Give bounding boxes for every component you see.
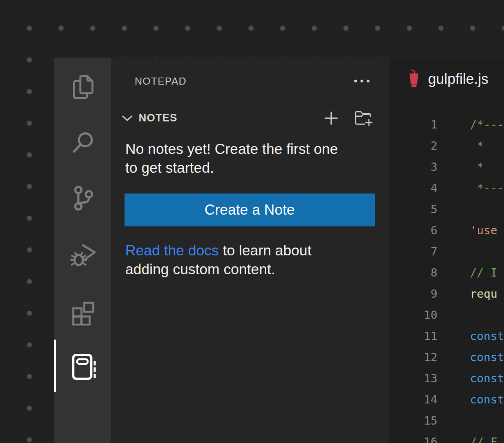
sidebar-header: NOTEPAD	[135, 72, 370, 90]
activity-item-run-debug[interactable]	[54, 233, 111, 276]
code-line[interactable]: 14const	[390, 389, 504, 410]
line-number: 1	[390, 118, 437, 131]
chevron-down-icon[interactable]	[121, 114, 133, 122]
code-text: const	[437, 372, 504, 385]
read-docs-link[interactable]: Read the docs	[125, 242, 219, 259]
create-note-button[interactable]: Create a Note	[125, 193, 375, 226]
activity-item-extensions[interactable]	[54, 289, 111, 332]
code-line[interactable]: 10	[390, 304, 504, 325]
code-text: 'use	[437, 224, 497, 237]
more-actions-icon[interactable]	[354, 79, 370, 83]
docs-paragraph: Read the docs to learn about adding cust…	[125, 241, 311, 279]
code-area[interactable]: 1/*--------2 *3 *4 *--------56'use78// I…	[390, 114, 504, 443]
code-line[interactable]: 6'use	[390, 220, 504, 241]
code-line[interactable]: 3 *	[390, 156, 504, 177]
code-line[interactable]: 9requ	[390, 283, 504, 304]
docs-line-1: Read the docs to learn about	[125, 241, 311, 260]
debug-icon	[68, 240, 97, 269]
code-text: *--------	[437, 181, 504, 195]
search-icon	[68, 128, 97, 157]
notebook-icon	[68, 351, 98, 382]
code-line[interactable]: 1/*--------	[390, 114, 504, 135]
line-number: 12	[390, 351, 437, 364]
code-line[interactable]: 4 *--------	[390, 177, 504, 199]
code-text: /*--------	[437, 118, 504, 131]
activity-bar	[54, 58, 111, 443]
line-number: 15	[390, 414, 437, 427]
extensions-icon	[68, 296, 98, 325]
line-number: 5	[390, 203, 437, 216]
tab-gulpfile[interactable]: gulpfile.js	[407, 67, 488, 91]
activity-item-search[interactable]	[54, 121, 111, 164]
empty-state-line-2: to get started.	[125, 159, 338, 177]
new-note-icon[interactable]	[324, 111, 338, 125]
line-number: 2	[390, 139, 437, 152]
source-control-icon	[68, 184, 97, 213]
code-line[interactable]: 16// F	[390, 431, 504, 443]
line-number: 6	[390, 224, 437, 237]
line-number: 11	[390, 329, 437, 343]
line-number: 10	[390, 308, 437, 322]
code-line[interactable]: 12const	[390, 347, 504, 368]
code-text: const	[437, 393, 504, 406]
docs-text-rest: to learn about	[219, 242, 312, 259]
line-number: 16	[390, 435, 437, 443]
gulp-icon	[407, 69, 421, 89]
code-line[interactable]: 15	[390, 410, 504, 431]
code-text: // I	[437, 266, 497, 279]
activity-item-explorer[interactable]	[54, 64, 111, 107]
notes-section-header[interactable]: NOTES	[121, 110, 374, 126]
line-number: 13	[390, 372, 437, 385]
tab-filename: gulpfile.js	[428, 71, 488, 87]
line-number: 4	[390, 181, 437, 195]
code-text: const	[437, 351, 504, 364]
code-text: *	[437, 160, 484, 174]
code-text: requ	[437, 287, 497, 300]
line-number: 14	[390, 393, 437, 406]
empty-state-message: No notes yet! Create the first one to ge…	[125, 140, 338, 177]
code-text: const	[437, 329, 504, 343]
sidebar-panel: NOTEPAD NOTES No notes yet! Cre	[111, 58, 390, 443]
new-folder-icon[interactable]	[354, 108, 374, 127]
files-icon	[68, 71, 97, 100]
code-line[interactable]: 11const	[390, 325, 504, 347]
line-number: 7	[390, 245, 437, 258]
code-text: *	[437, 139, 484, 152]
line-number: 8	[390, 266, 437, 279]
code-line[interactable]: 7	[390, 241, 504, 262]
line-number: 3	[390, 160, 437, 174]
activity-item-notepad[interactable]	[54, 345, 111, 388]
line-number: 9	[390, 287, 437, 300]
empty-state-line-1: No notes yet! Create the first one	[125, 140, 338, 159]
code-line[interactable]: 8// I	[390, 262, 504, 283]
code-line[interactable]: 5	[390, 199, 504, 220]
code-text: // F	[437, 435, 497, 443]
notes-section-label: NOTES	[139, 112, 177, 124]
dotted-background: NOTEPAD NOTES No notes yet! Cre	[0, 0, 504, 443]
editor-panel: gulpfile.js 1/*--------2 *3 *4 *--------…	[390, 58, 504, 443]
code-line[interactable]: 2 *	[390, 135, 504, 156]
docs-line-2: adding custom content.	[125, 260, 311, 279]
sidebar-title: NOTEPAD	[135, 75, 186, 87]
code-line[interactable]: 13const	[390, 368, 504, 389]
activity-item-source-control[interactable]	[54, 177, 111, 220]
